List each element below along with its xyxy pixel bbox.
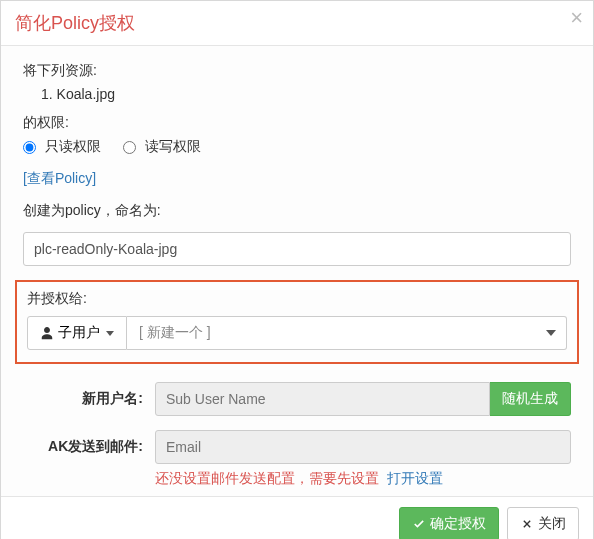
perm-readwrite-label: 读写权限 bbox=[145, 138, 201, 154]
chevron-down-icon bbox=[546, 330, 556, 336]
modal-dialog: 简化Policy授权 × 将下列资源: 1. Koala.jpg 的权限: 只读… bbox=[0, 0, 594, 539]
new-user-row: 新用户名: 随机生成 bbox=[23, 382, 571, 416]
perm-readonly-label: 只读权限 bbox=[45, 138, 101, 154]
perm-readonly-option[interactable]: 只读权限 bbox=[23, 138, 105, 154]
policy-name-label: 创建为policy，命名为: bbox=[23, 202, 571, 220]
grantee-select-placeholder: [ 新建一个 ] bbox=[139, 324, 211, 342]
confirm-authorize-button[interactable]: 确定授权 bbox=[399, 507, 499, 539]
resource-item: 1. Koala.jpg bbox=[41, 86, 571, 102]
close-icon bbox=[520, 517, 534, 531]
new-user-input[interactable] bbox=[155, 382, 490, 416]
modal-footer: 确定授权 关闭 bbox=[1, 496, 593, 539]
grantee-type-dropdown[interactable]: 子用户 bbox=[27, 316, 127, 350]
close-button-label: 关闭 bbox=[538, 515, 566, 533]
grantee-type-label: 子用户 bbox=[58, 324, 100, 342]
random-generate-button[interactable]: 随机生成 bbox=[490, 382, 571, 416]
modal-header: 简化Policy授权 × bbox=[1, 1, 593, 46]
ak-email-warning: 还没设置邮件发送配置，需要先设置 bbox=[155, 470, 379, 486]
ak-email-help: 还没设置邮件发送配置，需要先设置 打开设置 bbox=[155, 470, 571, 488]
close-button[interactable]: 关闭 bbox=[507, 507, 579, 539]
modal-title: 简化Policy授权 bbox=[15, 11, 579, 35]
chevron-down-icon bbox=[106, 331, 114, 336]
perm-readwrite-option[interactable]: 读写权限 bbox=[123, 138, 201, 154]
ak-email-row: AK发送到邮件: bbox=[23, 430, 571, 464]
policy-name-input[interactable] bbox=[23, 232, 571, 266]
ak-email-label: AK发送到邮件: bbox=[23, 438, 155, 456]
perm-readwrite-radio[interactable] bbox=[123, 141, 136, 154]
resource-index: 1. bbox=[41, 86, 53, 102]
confirm-authorize-label: 确定授权 bbox=[430, 515, 486, 533]
permissions-label: 的权限: bbox=[23, 114, 571, 132]
grantee-row: 子用户 [ 新建一个 ] bbox=[27, 316, 567, 350]
check-icon bbox=[412, 517, 426, 531]
view-policy-link[interactable]: [查看Policy] bbox=[23, 170, 96, 188]
perm-readonly-radio[interactable] bbox=[23, 141, 36, 154]
permissions-radio-row: 只读权限 读写权限 bbox=[23, 138, 571, 156]
resources-label: 将下列资源: bbox=[23, 62, 571, 80]
close-icon[interactable]: × bbox=[570, 7, 583, 29]
grant-to-label: 并授权给: bbox=[27, 290, 567, 308]
resource-name: Koala.jpg bbox=[57, 86, 115, 102]
new-user-label: 新用户名: bbox=[23, 390, 155, 408]
grantee-select[interactable]: [ 新建一个 ] bbox=[127, 316, 567, 350]
modal-body: 将下列资源: 1. Koala.jpg 的权限: 只读权限 读写权限 [查看Po… bbox=[1, 46, 593, 496]
ak-email-input[interactable] bbox=[155, 430, 571, 464]
grant-to-section: 并授权给: 子用户 [ 新建一个 ] bbox=[15, 280, 579, 364]
open-settings-link[interactable]: 打开设置 bbox=[387, 470, 443, 486]
user-icon bbox=[40, 326, 54, 340]
